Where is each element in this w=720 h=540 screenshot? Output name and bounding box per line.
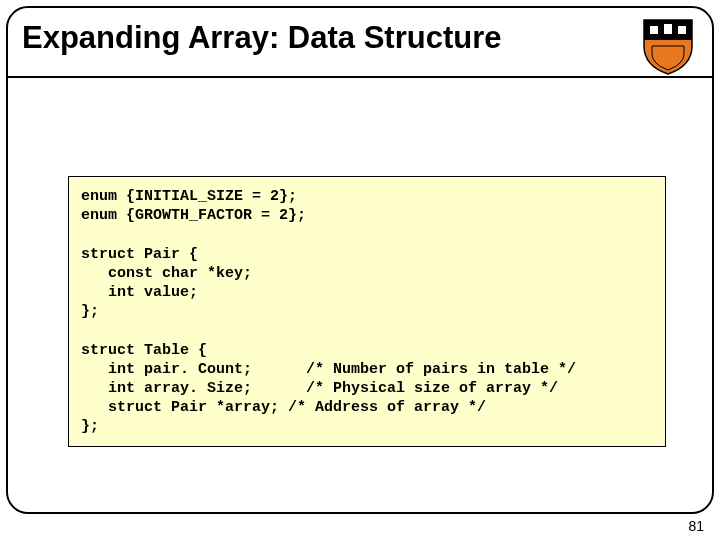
code-line: }; xyxy=(81,418,99,435)
code-line: int array. Size; /* Physical size of arr… xyxy=(81,380,558,397)
code-line: }; xyxy=(81,303,99,320)
page-title: Expanding Array: Data Structure xyxy=(22,20,501,56)
code-content: enum {INITIAL_SIZE = 2}; enum {GROWTH_FA… xyxy=(81,187,653,436)
code-line: int pair. Count; /* Number of pairs in t… xyxy=(81,361,576,378)
code-line: enum {GROWTH_FACTOR = 2}; xyxy=(81,207,306,224)
svg-rect-0 xyxy=(664,24,672,34)
page-number: 81 xyxy=(688,518,704,534)
code-line: struct Pair *array; /* Address of array … xyxy=(81,399,486,416)
title-region: Expanding Array: Data Structure xyxy=(8,8,712,78)
code-line: const char *key; xyxy=(81,265,252,282)
code-block: enum {INITIAL_SIZE = 2}; enum {GROWTH_FA… xyxy=(68,176,666,447)
code-line: struct Table { xyxy=(81,342,207,359)
code-line: struct Pair { xyxy=(81,246,198,263)
slide-frame: Expanding Array: Data Structure enum {IN… xyxy=(6,6,714,514)
code-line: enum {INITIAL_SIZE = 2}; xyxy=(81,188,297,205)
princeton-shield-icon xyxy=(642,16,694,76)
code-line: int value; xyxy=(81,284,198,301)
